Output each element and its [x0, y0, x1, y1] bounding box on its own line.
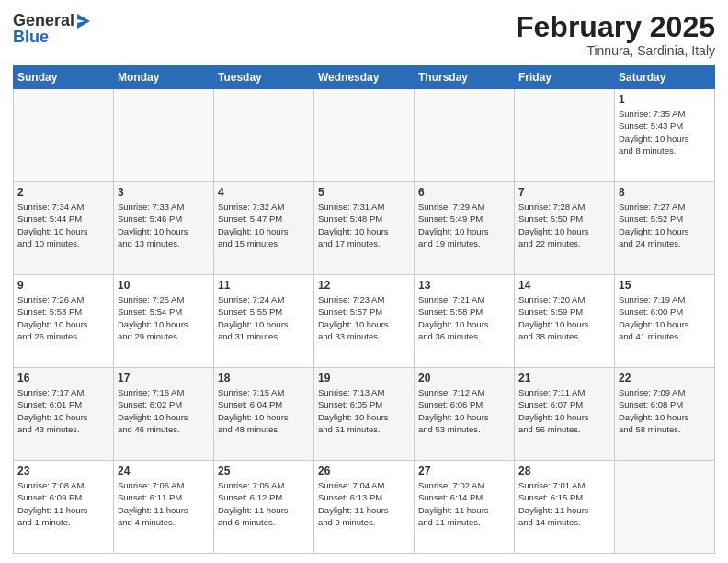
calendar-week-1: 1Sunrise: 7:35 AM Sunset: 5:43 PM Daylig… [14, 89, 715, 182]
day-info: Sunrise: 7:04 AM Sunset: 6:13 PM Dayligh… [318, 479, 410, 528]
day-info: Sunrise: 7:16 AM Sunset: 6:02 PM Dayligh… [118, 386, 210, 435]
calendar-cell: 1Sunrise: 7:35 AM Sunset: 5:43 PM Daylig… [615, 89, 715, 182]
day-number: 28 [518, 465, 610, 477]
day-info: Sunrise: 7:17 AM Sunset: 6:01 PM Dayligh… [17, 386, 109, 435]
day-number: 6 [418, 186, 510, 199]
calendar-table: SundayMondayTuesdayWednesdayThursdayFrid… [13, 65, 715, 554]
calendar-cell [314, 89, 415, 182]
day-number: 22 [619, 372, 711, 385]
calendar-cell: 4Sunrise: 7:32 AM Sunset: 5:47 PM Daylig… [214, 182, 314, 275]
day-number: 20 [418, 372, 510, 385]
page: General Blue February 2025 Tinnura, Sard… [0, 0, 728, 563]
day-info: Sunrise: 7:15 AM Sunset: 6:04 PM Dayligh… [218, 386, 310, 435]
day-number: 7 [518, 186, 610, 199]
day-number: 26 [318, 465, 410, 477]
calendar-cell: 19Sunrise: 7:13 AM Sunset: 6:05 PM Dayli… [314, 368, 415, 461]
day-number: 8 [619, 186, 711, 199]
day-info: Sunrise: 7:19 AM Sunset: 6:00 PM Dayligh… [619, 293, 711, 342]
calendar-cell: 18Sunrise: 7:15 AM Sunset: 6:04 PM Dayli… [214, 368, 314, 461]
svg-marker-0 [77, 14, 90, 29]
calendar-cell [415, 89, 515, 182]
calendar-cell: 12Sunrise: 7:23 AM Sunset: 5:57 PM Dayli… [314, 275, 415, 368]
day-info: Sunrise: 7:26 AM Sunset: 5:53 PM Dayligh… [17, 293, 109, 342]
day-number: 12 [318, 279, 410, 292]
day-info: Sunrise: 7:27 AM Sunset: 5:52 PM Dayligh… [619, 201, 711, 249]
calendar-cell: 9Sunrise: 7:26 AM Sunset: 5:53 PM Daylig… [14, 275, 114, 368]
day-number: 17 [118, 372, 210, 385]
calendar-header-monday: Monday [114, 66, 214, 89]
calendar-week-5: 23Sunrise: 7:08 AM Sunset: 6:09 PM Dayli… [14, 461, 715, 554]
day-number: 1 [619, 93, 711, 106]
calendar-cell: 14Sunrise: 7:20 AM Sunset: 5:59 PM Dayli… [515, 275, 615, 368]
day-info: Sunrise: 7:35 AM Sunset: 5:43 PM Dayligh… [619, 108, 711, 156]
title-area: February 2025 Tinnura, Sardinia, Italy [516, 11, 715, 58]
day-number: 4 [218, 186, 310, 199]
calendar-cell: 11Sunrise: 7:24 AM Sunset: 5:55 PM Dayli… [214, 275, 314, 368]
calendar-week-2: 2Sunrise: 7:34 AM Sunset: 5:44 PM Daylig… [14, 182, 715, 275]
day-info: Sunrise: 7:28 AM Sunset: 5:50 PM Dayligh… [518, 201, 610, 249]
calendar-cell: 23Sunrise: 7:08 AM Sunset: 6:09 PM Dayli… [14, 461, 114, 554]
day-info: Sunrise: 7:33 AM Sunset: 5:46 PM Dayligh… [118, 201, 210, 249]
day-info: Sunrise: 7:13 AM Sunset: 6:05 PM Dayligh… [318, 386, 410, 435]
day-number: 10 [118, 279, 210, 292]
day-number: 13 [418, 279, 510, 292]
calendar-cell: 3Sunrise: 7:33 AM Sunset: 5:46 PM Daylig… [114, 182, 214, 275]
calendar-header-thursday: Thursday [415, 66, 515, 89]
calendar-cell: 2Sunrise: 7:34 AM Sunset: 5:44 PM Daylig… [14, 182, 114, 275]
day-number: 5 [318, 186, 410, 199]
calendar-cell [114, 89, 214, 182]
calendar-cell: 15Sunrise: 7:19 AM Sunset: 6:00 PM Dayli… [615, 275, 715, 368]
calendar-cell: 5Sunrise: 7:31 AM Sunset: 5:48 PM Daylig… [314, 182, 415, 275]
day-info: Sunrise: 7:11 AM Sunset: 6:07 PM Dayligh… [518, 386, 610, 435]
day-info: Sunrise: 7:20 AM Sunset: 5:59 PM Dayligh… [518, 293, 610, 342]
logo-icon [75, 12, 92, 30]
day-number: 25 [218, 465, 310, 477]
calendar-cell: 21Sunrise: 7:11 AM Sunset: 6:07 PM Dayli… [515, 368, 615, 461]
location: Tinnura, Sardinia, Italy [516, 43, 715, 58]
day-number: 24 [118, 465, 210, 477]
calendar-cell: 10Sunrise: 7:25 AM Sunset: 5:54 PM Dayli… [114, 275, 214, 368]
day-info: Sunrise: 7:02 AM Sunset: 6:14 PM Dayligh… [418, 479, 510, 528]
day-info: Sunrise: 7:29 AM Sunset: 5:49 PM Dayligh… [418, 201, 510, 249]
day-number: 9 [17, 279, 109, 292]
day-info: Sunrise: 7:08 AM Sunset: 6:09 PM Dayligh… [17, 479, 109, 528]
calendar-header-saturday: Saturday [615, 66, 715, 89]
calendar-cell: 25Sunrise: 7:05 AM Sunset: 6:12 PM Dayli… [214, 461, 314, 554]
day-number: 23 [17, 465, 109, 477]
month-title: February 2025 [516, 11, 715, 43]
calendar-header-row: SundayMondayTuesdayWednesdayThursdayFrid… [14, 66, 715, 89]
calendar-cell [615, 461, 715, 554]
day-info: Sunrise: 7:24 AM Sunset: 5:55 PM Dayligh… [218, 293, 310, 342]
day-number: 14 [518, 279, 610, 292]
calendar-cell: 27Sunrise: 7:02 AM Sunset: 6:14 PM Dayli… [415, 461, 515, 554]
day-number: 16 [17, 372, 109, 385]
calendar-cell: 13Sunrise: 7:21 AM Sunset: 5:58 PM Dayli… [415, 275, 515, 368]
day-number: 18 [218, 372, 310, 385]
calendar-week-3: 9Sunrise: 7:26 AM Sunset: 5:53 PM Daylig… [14, 275, 715, 368]
day-info: Sunrise: 7:32 AM Sunset: 5:47 PM Dayligh… [218, 201, 310, 249]
day-info: Sunrise: 7:34 AM Sunset: 5:44 PM Dayligh… [17, 201, 109, 249]
calendar-cell: 8Sunrise: 7:27 AM Sunset: 5:52 PM Daylig… [615, 182, 715, 275]
day-number: 2 [17, 186, 109, 199]
logo: General Blue [13, 11, 94, 47]
day-info: Sunrise: 7:21 AM Sunset: 5:58 PM Dayligh… [418, 293, 510, 342]
calendar-cell [515, 89, 615, 182]
day-info: Sunrise: 7:09 AM Sunset: 6:08 PM Dayligh… [619, 386, 711, 435]
calendar-cell: 7Sunrise: 7:28 AM Sunset: 5:50 PM Daylig… [515, 182, 615, 275]
calendar-header-tuesday: Tuesday [214, 66, 314, 89]
calendar-header-sunday: Sunday [14, 66, 114, 89]
day-info: Sunrise: 7:01 AM Sunset: 6:15 PM Dayligh… [518, 479, 610, 528]
calendar-cell: 6Sunrise: 7:29 AM Sunset: 5:49 PM Daylig… [415, 182, 515, 275]
calendar-cell: 26Sunrise: 7:04 AM Sunset: 6:13 PM Dayli… [314, 461, 415, 554]
day-info: Sunrise: 7:23 AM Sunset: 5:57 PM Dayligh… [318, 293, 410, 342]
calendar-week-4: 16Sunrise: 7:17 AM Sunset: 6:01 PM Dayli… [14, 368, 715, 461]
day-number: 11 [218, 279, 310, 292]
day-info: Sunrise: 7:12 AM Sunset: 6:06 PM Dayligh… [418, 386, 510, 435]
calendar-cell: 17Sunrise: 7:16 AM Sunset: 6:02 PM Dayli… [114, 368, 214, 461]
day-info: Sunrise: 7:25 AM Sunset: 5:54 PM Dayligh… [118, 293, 210, 342]
calendar-cell [14, 89, 114, 182]
day-info: Sunrise: 7:31 AM Sunset: 5:48 PM Dayligh… [318, 201, 410, 249]
calendar-header-friday: Friday [515, 66, 615, 89]
calendar-cell: 28Sunrise: 7:01 AM Sunset: 6:15 PM Dayli… [515, 461, 615, 554]
day-number: 19 [318, 372, 410, 385]
